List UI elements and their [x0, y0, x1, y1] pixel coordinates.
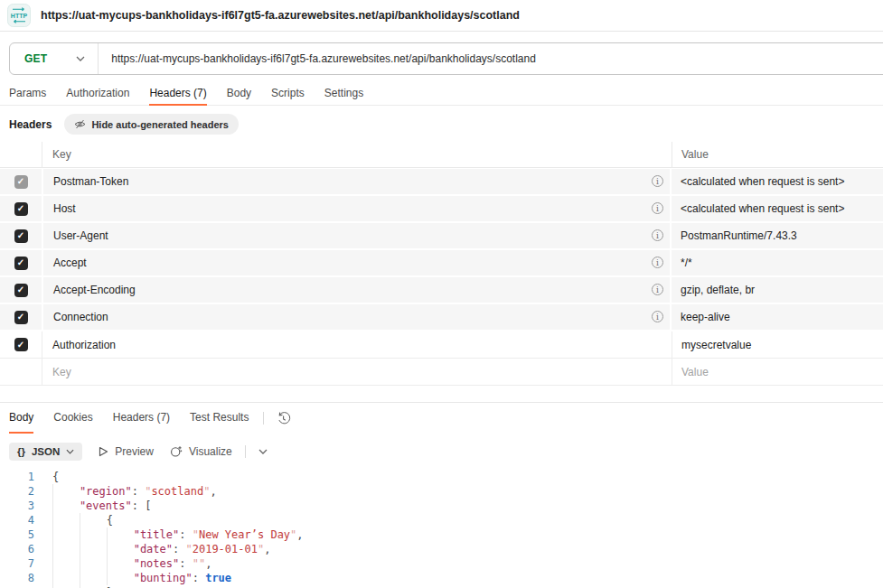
header-key-text: Host — [53, 202, 76, 215]
response-tabs-divider — [263, 412, 264, 425]
info-icon[interactable]: i — [652, 311, 663, 322]
response-tabs: BodyCookiesHeaders (7)Test Results — [0, 403, 883, 434]
header-checkbox-cell[interactable]: ✓ — [0, 304, 42, 330]
header-key-cell[interactable]: Accept-Encodingi — [43, 277, 670, 303]
header-key-cell[interactable]: Hosti — [43, 196, 670, 221]
magic-ball-icon — [170, 445, 183, 458]
indent-guide — [52, 556, 80, 571]
header-row: KeyValue — [0, 359, 883, 386]
header-key-cell[interactable]: Connectioni — [43, 304, 670, 330]
header-row: ✓User-AgentiPostmanRuntime/7.43.3 — [0, 223, 883, 248]
boolean-token: true — [205, 572, 231, 584]
header-checkbox-cell[interactable]: ✓ — [0, 331, 42, 358]
header-key-cell[interactable]: Authorization — [42, 331, 672, 358]
header-checkbox[interactable]: ✓ — [14, 229, 28, 243]
tab-body[interactable]: Body — [227, 82, 251, 106]
punctuation-token: { — [52, 471, 59, 483]
preview-button[interactable]: Preview — [99, 445, 154, 458]
header-key-cell[interactable]: Accepti — [43, 250, 670, 275]
method-dropdown[interactable]: GET — [10, 52, 85, 65]
indent-guide — [107, 527, 134, 542]
header-checkbox[interactable]: ✓ — [14, 338, 28, 351]
header-checkbox[interactable]: ✓ — [14, 175, 28, 189]
header-value-text: */* — [681, 257, 692, 269]
header-key-cell[interactable]: Key — [42, 359, 672, 385]
header-checkbox-cell[interactable]: ✓ — [0, 277, 42, 303]
string-quote: " — [185, 543, 192, 555]
response-format-dropdown[interactable]: {} JSON — [9, 443, 82, 461]
key-token: "bunting" — [134, 572, 193, 584]
info-icon[interactable]: i — [652, 175, 663, 187]
header-key-cell[interactable]: Postman-Tokeni — [43, 169, 670, 194]
info-icon[interactable]: i — [652, 229, 663, 241]
key-token: "date" — [134, 543, 173, 555]
indent-guide — [80, 542, 107, 556]
indent-guide — [80, 527, 107, 542]
header-key-cell[interactable]: User-Agenti — [43, 223, 670, 248]
indent-guide — [52, 527, 80, 542]
response-body-editor: 1{2"region": "scotland",3"events": [4{5"… — [0, 470, 883, 588]
visualize-button[interactable]: Visualize — [170, 445, 232, 458]
header-row: ✓Postman-Tokeni<calculated when request … — [0, 169, 883, 194]
braces-icon: {} — [17, 446, 25, 457]
header-value-cell[interactable]: gzip, deflate, br — [672, 277, 883, 303]
line-number: 2 — [0, 484, 34, 499]
header-checkbox[interactable]: ✓ — [14, 284, 28, 297]
tab-headers-7[interactable]: Headers (7) — [149, 82, 206, 106]
indent-guide — [52, 499, 80, 513]
punctuation-token: : — [193, 572, 205, 584]
header-checkbox[interactable]: ✓ — [14, 202, 28, 216]
line-number: 6 — [0, 542, 34, 556]
header-key-text: User-Agent — [53, 229, 108, 242]
header-value-cell[interactable]: <calculated when request is sent> — [672, 169, 883, 194]
header-value-text: <calculated when request is sent> — [681, 202, 844, 215]
line-number: 3 — [0, 499, 34, 513]
response-tab-cookies[interactable]: Cookies — [53, 403, 92, 434]
chevron-down-icon — [76, 56, 85, 61]
header-checkbox[interactable]: ✓ — [14, 311, 28, 324]
header-checkbox[interactable]: ✓ — [14, 257, 28, 270]
punctuation-token: , — [205, 557, 211, 570]
header-checkbox-cell[interactable]: ✓ — [0, 169, 42, 194]
header-row: ✓Authorizationmysecretvalue — [0, 331, 883, 359]
header-value-cell[interactable]: mysecretvalue — [672, 331, 883, 358]
header-checkbox-cell[interactable]: ✓ — [0, 223, 42, 248]
header-value-cell[interactable]: */* — [672, 250, 883, 275]
header-checkbox-cell[interactable]: ✓ — [0, 250, 42, 275]
header-value-cell[interactable]: Value — [672, 359, 883, 385]
response-tab-headers-7[interactable]: Headers (7) — [113, 403, 170, 434]
http-request-icon: HTTP — [7, 4, 31, 27]
header-value-text: keep-alive — [681, 311, 730, 323]
tab-scripts[interactable]: Scripts — [271, 82, 305, 106]
info-icon[interactable]: i — [652, 284, 663, 295]
response-history-icon[interactable] — [276, 411, 291, 426]
header-key-text: Authorization — [52, 339, 116, 351]
url-input[interactable]: https://uat-mycups-bankholidays-if6l7gt5… — [99, 52, 536, 65]
header-value-cell[interactable]: PostmanRuntime/7.43.3 — [672, 223, 883, 248]
code-content: { — [52, 513, 113, 527]
request-tabs: ParamsAuthorizationHeaders (7)BodyScript… — [0, 82, 883, 106]
select-all-cell — [0, 142, 42, 167]
info-icon[interactable]: i — [652, 202, 663, 214]
more-options-chevron[interactable] — [258, 449, 268, 454]
header-row: ✓Accepti*/* — [0, 250, 883, 275]
tab-authorization[interactable]: Authorization — [66, 82, 129, 106]
punctuation-token: , — [296, 528, 303, 541]
response-tab-body[interactable]: Body — [9, 403, 33, 434]
response-tab-test-results[interactable]: Test Results — [190, 403, 249, 434]
header-checkbox-cell[interactable]: ✓ — [0, 196, 42, 221]
code-content: "region": "scotland", — [52, 484, 217, 499]
tab-settings[interactable]: Settings — [324, 82, 363, 106]
punctuation-token: , — [210, 485, 216, 498]
info-icon[interactable]: i — [652, 257, 663, 268]
code-content: "date": "2019-01-01", — [52, 542, 270, 556]
indent-guide — [80, 556, 107, 571]
code-line: 7"notes": "", — [0, 556, 883, 571]
header-row: ✓Hosti<calculated when request is sent> — [0, 196, 883, 221]
header-value-cell[interactable]: <calculated when request is sent> — [672, 196, 883, 221]
indent-guide — [80, 513, 107, 527]
header-value-cell[interactable]: keep-alive — [672, 304, 883, 330]
tab-params[interactable]: Params — [9, 82, 46, 106]
request-tab-bar[interactable]: HTTP https://uat-mycups-bankholidays-if6… — [0, 0, 883, 32]
hide-auto-generated-headers-button[interactable]: Hide auto-generated headers — [64, 114, 239, 135]
